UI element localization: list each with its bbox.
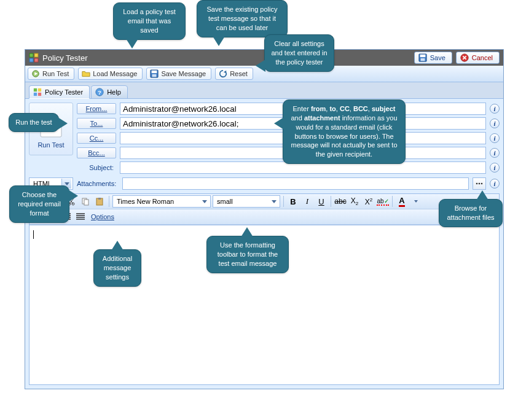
run-test-button[interactable]: Run Test [28,68,74,80]
save-message-button[interactable]: Save Message [146,68,211,80]
callout-text: Clear all settings and text entered in t… [271,40,327,66]
subject-label: Subject: [77,164,116,171]
callout-text: Use the formatting toolbar to format the… [218,241,278,267]
richtext-area: Times New Roman small B I U abc X2 X2 ab… [29,193,500,385]
svg-marker-33 [414,200,418,203]
italic-icon: I [306,196,308,206]
font-size-value: small [217,198,233,205]
window-title: Policy Tester [42,53,87,63]
run-test-panel-label: Run Test [32,141,70,149]
superscript-icon: X2 [365,197,372,206]
svg-rect-0 [29,53,33,57]
tab-help-label: Help [107,88,121,96]
svg-rect-2 [29,58,33,62]
spellcheck-button[interactable]: ab✓ [377,195,389,208]
floppy-icon [418,53,427,62]
svg-point-24 [481,183,483,185]
svg-rect-12 [152,74,157,77]
svg-rect-15 [38,88,41,91]
ellipsis-icon [476,182,483,185]
callout-options: Additional message settings [93,249,141,287]
italic-button[interactable]: I [301,195,313,208]
callout-text: Browse for attachment files [447,204,494,221]
compose-area: Run Test From... i To... i Cc... i [29,103,500,176]
svg-rect-30 [98,198,101,200]
to-button[interactable]: To... [77,118,116,129]
spellcheck-icon: ab✓ [377,198,388,206]
font-color-dropdown[interactable] [410,195,422,208]
from-button[interactable]: From... [77,103,116,114]
subscript-icon: X2 [351,196,358,206]
info-icon[interactable]: i [490,179,500,189]
callout-text: Load a policy test email that was saved [123,8,176,34]
policy-tester-icon [33,88,42,96]
info-icon[interactable]: i [490,119,500,128]
options-link[interactable]: Options [88,213,117,220]
save-button[interactable]: Save [414,52,452,64]
reset-label: Reset [230,70,248,77]
svg-rect-14 [34,88,37,91]
font-select[interactable]: Times New Roman [112,195,211,208]
copy-icon [81,197,90,206]
bcc-button[interactable]: Bcc... [77,147,116,158]
font-color-button[interactable]: A [396,195,408,208]
svg-rect-6 [420,58,425,61]
svg-point-23 [479,183,481,185]
paste-button[interactable] [93,195,106,208]
svg-rect-1 [34,53,38,57]
svg-rect-11 [152,71,157,73]
load-message-label: Load Message [93,70,137,77]
align-justify-icon [76,213,85,220]
browse-attachments-button[interactable] [473,177,486,190]
strikethrough-button[interactable]: abc [334,195,347,208]
load-message-button[interactable]: Load Message [78,68,143,80]
underline-icon: U [318,197,324,206]
paste-icon [95,197,104,206]
attachments-row: HTML Attachments: i [29,177,500,190]
cancel-icon [460,53,469,62]
refresh-icon [219,69,227,78]
chevron-down-icon [270,196,278,206]
chevron-down-icon [200,196,209,206]
callout-save: Save the existing policy test message so… [197,0,288,37]
attachments-input[interactable] [122,177,469,190]
cancel-button-label: Cancel [472,54,493,61]
help-icon: ? [95,88,104,96]
svg-rect-17 [38,93,41,96]
chevron-down-icon [414,200,418,203]
font-color-icon: A [399,196,404,207]
tab-help[interactable]: ? Help [91,85,128,99]
align-justify-button[interactable] [74,211,87,223]
cc-button[interactable]: Cc... [77,133,116,144]
svg-marker-32 [272,200,277,203]
callout-reset: Clear all settings and text entered in t… [264,34,334,72]
rtt-toolbar-1: Times New Roman small B I U abc X2 X2 ab… [29,194,499,209]
tab-policy-tester[interactable]: Policy Tester [29,85,90,99]
copy-button[interactable] [79,195,92,208]
font-select-value: Times New Roman [117,198,174,205]
superscript-button[interactable]: X2 [363,195,375,208]
subscript-button[interactable]: X2 [348,195,361,208]
info-icon[interactable]: i [490,133,500,143]
callout-text: Save the existing policy test message so… [207,6,278,31]
callout-rtt: Use the formatting toolbar to format the… [206,236,289,273]
svg-text:?: ? [98,89,101,96]
run-test-label: Run Test [42,70,69,77]
font-size-select[interactable]: small [213,195,280,208]
cancel-button[interactable]: Cancel [456,52,500,64]
bold-icon: B [290,197,296,206]
tab-strip: Policy Tester ? Help [25,82,503,99]
info-icon[interactable]: i [490,104,500,114]
save-message-label: Save Message [161,70,206,77]
bold-button[interactable]: B [287,195,299,208]
info-icon[interactable]: i [490,163,500,173]
svg-point-22 [476,183,478,185]
svg-rect-28 [84,200,88,205]
strikethrough-icon: abc [334,197,346,206]
underline-button[interactable]: U [315,195,328,208]
svg-rect-5 [420,55,425,57]
info-icon[interactable]: i [490,148,500,158]
svg-rect-16 [34,93,37,96]
reset-button[interactable]: Reset [215,68,253,80]
callout-text: Choose the required email format [18,191,61,217]
